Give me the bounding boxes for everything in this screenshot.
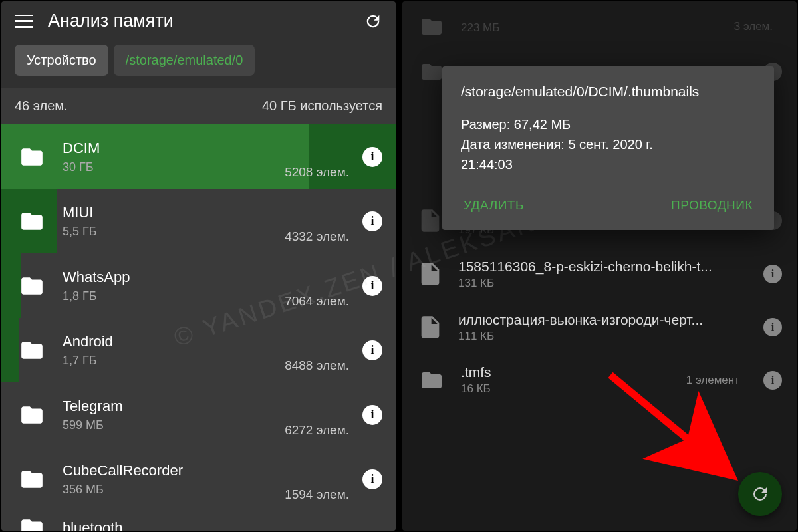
list-item[interactable]: Android1,7 ГБ 8488 элем. xyxy=(1,318,396,382)
list-item[interactable]: DCIM30 ГБ 5208 элем. xyxy=(1,124,396,189)
folder-icon xyxy=(16,467,48,492)
item-size: 1,7 ГБ xyxy=(63,354,285,368)
item-size: 30 ГБ xyxy=(63,160,285,174)
file-icon xyxy=(417,205,444,237)
list-item[interactable]: .tmfs16 КБ 1 элемент xyxy=(402,354,797,406)
folder-icon xyxy=(417,15,446,39)
item-size: 1,8 ГБ xyxy=(63,289,285,303)
list-item[interactable]: WhatsApp1,8 ГБ 7064 элем. xyxy=(1,253,396,318)
info-dialog: /storage/emulated/0/DCIM/.thumbnails Раз… xyxy=(442,66,774,230)
dialog-date: Дата изменения: 5 сент. 2020 г. xyxy=(461,134,755,154)
delete-button[interactable]: УДАЛИТЬ xyxy=(461,193,527,218)
item-name: иллюстрация-вьюнка-изгороди-черт... xyxy=(458,312,749,328)
info-icon[interactable] xyxy=(763,371,782,390)
dialog-time: 21:44:03 xyxy=(461,154,755,174)
folder-icon xyxy=(16,338,48,363)
folder-icon xyxy=(16,515,48,531)
item-size: 131 КБ xyxy=(458,277,749,290)
usage-label: 40 ГБ используется xyxy=(262,98,382,114)
item-name: DCIM xyxy=(63,139,285,158)
page-title: Анализ памяти xyxy=(48,11,349,31)
info-icon[interactable] xyxy=(362,405,382,425)
refresh-icon[interactable] xyxy=(364,12,382,31)
item-name: .tmfs xyxy=(461,364,672,380)
screen-right: 223 МБ 3 элем. .thumbnails c7a8129577308… xyxy=(402,1,797,531)
list-item[interactable]: 223 МБ 3 элем. xyxy=(402,4,797,49)
folder-icon xyxy=(16,209,48,234)
item-count: 7064 элем. xyxy=(285,294,349,309)
list-item[interactable]: Telegram599 МБ 6272 элем. xyxy=(1,382,396,447)
list-item[interactable]: 1585116306_8-p-eskizi-cherno-belikh-t...… xyxy=(402,247,797,301)
info-icon[interactable] xyxy=(763,265,782,283)
info-icon[interactable] xyxy=(362,147,382,167)
item-size: 111 КБ xyxy=(458,330,749,343)
item-name: WhatsApp xyxy=(63,268,285,287)
info-icon[interactable] xyxy=(763,318,782,336)
item-name: bluetooth xyxy=(63,519,382,531)
header: Анализ памяти xyxy=(1,1,396,41)
elem-count: 46 элем. xyxy=(15,98,68,114)
item-count: 8488 элем. xyxy=(285,358,349,373)
breadcrumb: Устройство /storage/emulated/0 xyxy=(1,41,396,88)
item-size: 16 КБ xyxy=(461,382,672,396)
list-item[interactable]: bluetooth xyxy=(1,511,396,531)
list-item[interactable]: CubeCallRecorder356 МБ 1594 элем. xyxy=(1,447,396,511)
folder-icon xyxy=(417,368,446,392)
item-count: 4332 элем. xyxy=(285,229,349,244)
chip-device[interactable]: Устройство xyxy=(15,45,108,76)
info-icon[interactable] xyxy=(362,469,382,489)
item-name: CubeCallRecorder xyxy=(63,462,285,481)
info-icon[interactable] xyxy=(362,211,382,231)
item-extra: 1 элемент xyxy=(686,374,739,387)
item-size: 599 МБ xyxy=(63,418,285,432)
item-name: Telegram xyxy=(63,397,285,416)
list-item[interactable]: иллюстрация-вьюнка-изгороди-черт...111 К… xyxy=(402,301,797,354)
item-size: 223 МБ xyxy=(461,21,720,35)
stats-bar: 46 элем. 40 ГБ используется xyxy=(1,88,396,124)
folder-list: DCIM30 ГБ 5208 элем. MIUI5,5 ГБ 4332 эле… xyxy=(1,124,396,531)
item-count: 5208 элем. xyxy=(285,165,349,180)
item-count: 1594 элем. xyxy=(285,487,349,502)
screen-left: Анализ памяти Устройство /storage/emulat… xyxy=(1,1,396,531)
dialog-path: /storage/emulated/0/DCIM/.thumbnails xyxy=(461,84,755,100)
refresh-fab[interactable] xyxy=(738,472,782,516)
file-icon xyxy=(417,258,444,290)
item-name: MIUI xyxy=(63,203,285,223)
item-name: Android xyxy=(63,332,285,352)
folder-icon xyxy=(16,402,48,428)
item-name: 1585116306_8-p-eskizi-cherno-belikh-t... xyxy=(458,259,749,275)
item-extra: 3 элем. xyxy=(734,20,773,33)
item-size: 5,5 ГБ xyxy=(63,225,285,239)
menu-icon[interactable] xyxy=(15,15,33,28)
info-icon[interactable] xyxy=(362,340,382,360)
folder-icon xyxy=(16,273,48,299)
list-item[interactable]: MIUI5,5 ГБ 4332 элем. xyxy=(1,189,396,253)
file-icon xyxy=(417,311,444,343)
chip-path[interactable]: /storage/emulated/0 xyxy=(114,45,255,76)
item-count: 6272 элем. xyxy=(285,423,349,438)
info-icon[interactable] xyxy=(362,276,382,296)
folder-icon xyxy=(16,144,48,170)
dialog-size: Размер: 67,42 МБ xyxy=(461,114,755,134)
explorer-button[interactable]: ПРОВОДНИК xyxy=(668,193,755,218)
item-size: 356 МБ xyxy=(63,483,285,497)
